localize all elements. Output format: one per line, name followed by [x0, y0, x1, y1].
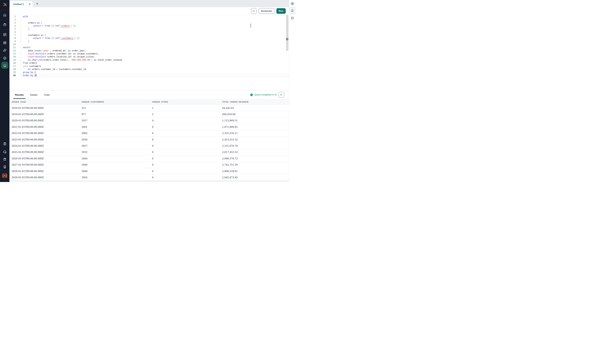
line-number: 18 — [9, 68, 21, 71]
rail-item-bookmarks-active[interactable] — [289, 7, 296, 14]
table-bottom-scroll-strip[interactable] — [9, 180, 289, 182]
code-line[interactable]: 5 ), — [9, 27, 289, 31]
table-cell: 6 — [150, 156, 220, 162]
code-line[interactable]: 2 — [9, 18, 289, 21]
results-more-button[interactable]: ••• — [278, 92, 284, 98]
code-line[interactable]: 17join customers — [9, 65, 289, 68]
sidebar-item-apps[interactable] — [0, 47, 9, 54]
code-text: on orders.customer_id = customers.custom… — [21, 68, 289, 71]
code-line[interactable]: 16from orders — [9, 62, 289, 65]
table-row[interactable]: 2029-01-01T00:00:00.000Z295462,845,473.9… — [9, 174, 289, 181]
code-text: from orders — [21, 62, 289, 65]
new-tab-button[interactable]: + — [34, 1, 40, 6]
table-row[interactable]: 2022-01-01T00:00:00.000Z290262,325,556.1… — [9, 130, 289, 136]
line-number: 10 — [9, 43, 21, 46]
sidebar-item-support[interactable] — [0, 148, 9, 155]
table-cell: 6 — [150, 168, 220, 174]
sidebar-item-docs[interactable] — [0, 156, 9, 163]
rail-item-history[interactable] — [289, 14, 296, 22]
code-line[interactable]: 9 ) — [9, 40, 289, 43]
code-line[interactable]: 8 select * from {{ ref('customers') }} — [9, 37, 289, 40]
table-row[interactable]: 2028-01-01T00:00:00.000Z294962,808,539.0… — [9, 168, 289, 174]
column-header[interactable]: UNIQUE_CUSTOMERS — [79, 99, 150, 105]
code-line[interactable]: 18 on orders.customer_id = customers.cus… — [9, 68, 289, 71]
table-row[interactable]: 2025-01-01T00:00:00.000Z293262,617,453.3… — [9, 149, 289, 155]
indent-guide — [28, 37, 28, 40]
brand-logo-icon — [2, 2, 7, 7]
table-row[interactable]: 2023-01-01T00:00:00.000Z293062,453,253.3… — [9, 136, 289, 143]
results-table: ORDER_YEARUNIQUE_CUSTOMERSUNIQUE_CITIEST… — [9, 99, 289, 181]
table-row[interactable]: 2020-01-01T00:00:00.000Z191741,115,869.5… — [9, 117, 289, 124]
table-cell: 2,617,453.32 — [220, 149, 289, 155]
more-options-button[interactable]: ••• — [251, 8, 257, 14]
code-line[interactable]: 11select — [9, 46, 289, 49]
bookmark-button[interactable]: Bookmark — [258, 8, 275, 14]
table-row[interactable]: 2024-01-01T00:00:00.000Z292762,551,076.7… — [9, 143, 289, 149]
results-tabs: ResultsDetailsChart — [9, 91, 289, 99]
table-row[interactable]: 2026-01-01T00:00:00.000Z294462,690,570.7… — [9, 156, 289, 162]
results-tab-results[interactable]: Results — [14, 91, 25, 99]
code-text: group by 1 — [21, 71, 289, 74]
code-line[interactable]: 19group by 1 — [9, 71, 289, 74]
sidebar-item-dashboards[interactable] — [0, 31, 9, 38]
table-row[interactable]: 2018-01-01T00:00:00.000Z221144,442.65 — [9, 105, 289, 111]
code-line[interactable]: 14 count(distinct orders.location_id) as… — [9, 55, 289, 58]
table-cell: 6 — [150, 143, 220, 149]
table-row[interactable]: 2019-01-01T00:00:00.000Z9772494,818.00 — [9, 111, 289, 117]
column-header[interactable]: TOTAL_ORDER_REVENUE — [220, 99, 289, 105]
code-line[interactable]: 1with — [9, 15, 289, 18]
results-tab-chart[interactable]: Chart — [43, 91, 51, 99]
table-cell: 2,325,556.11 — [220, 130, 289, 136]
column-header[interactable]: UNIQUE_CITIES — [150, 99, 220, 105]
tab-close-icon[interactable]: ✕ — [29, 3, 31, 6]
code-line[interactable]: 3 orders as ( — [9, 21, 289, 25]
code-window-icon — [3, 41, 6, 45]
code-text: with — [21, 15, 289, 18]
sql-editor[interactable]: 1with23 orders as (4 select * from {{ re… — [9, 15, 289, 91]
user-avatar[interactable] — [2, 173, 7, 178]
table-cell: 1 — [150, 105, 220, 111]
table-cell: 2021-01-01T00:00:00.000Z — [9, 124, 79, 130]
code-line[interactable]: 6 — [9, 31, 289, 34]
code-text: ) — [21, 40, 289, 43]
editor-lines: 1with23 orders as (4 select * from {{ re… — [9, 15, 289, 77]
table-row[interactable]: 2021-01-01T00:00:00.000Z266161,871,800.8… — [9, 124, 289, 130]
table-cell: 2,551,076.70 — [220, 143, 289, 149]
code-line[interactable]: 13 count(distinct orders.customer_id) as… — [9, 52, 289, 55]
table-cell: 4 — [150, 117, 220, 124]
code-line[interactable]: 20order by 1 — [9, 74, 289, 77]
code-line[interactable]: 15 to_char(sum(orders.order_total), '999… — [9, 58, 289, 62]
code-text: ), — [21, 27, 289, 31]
code-line[interactable]: 4 select * from {{ ref('orders') }} — [9, 25, 289, 27]
right-rail — [289, 0, 296, 182]
table-cell: 6 — [150, 149, 220, 155]
table-cell: 2 — [150, 111, 220, 117]
column-header[interactable]: ORDER_YEAR — [9, 99, 79, 105]
code-line[interactable]: 7 customers as ( — [9, 34, 289, 37]
table-cell: 2902 — [79, 130, 150, 136]
code-line[interactable]: 10 — [9, 43, 289, 46]
line-number: 3 — [9, 21, 21, 25]
sidebar-item-code-editor[interactable] — [0, 39, 9, 46]
line-number: 6 — [9, 31, 21, 34]
sidebar-item-organization[interactable] — [0, 163, 9, 170]
sidebar-item-home[interactable] — [0, 12, 9, 19]
run-button[interactable]: Run — [276, 8, 286, 14]
sidebar-item-archive[interactable] — [0, 21, 9, 28]
sidebar-item-explore[interactable] — [0, 55, 9, 62]
line-number: 19 — [9, 71, 21, 74]
table-row[interactable]: 2027-01-01T00:00:00.000Z294662,742,751.3… — [9, 162, 289, 168]
indent-guide — [28, 25, 28, 27]
laptop-icon — [3, 64, 6, 68]
rail-item-explore[interactable] — [289, 0, 296, 7]
sidebar-item-terminal-active[interactable] — [0, 62, 9, 69]
line-number: 8 — [9, 37, 21, 40]
sidebar-item-changelog[interactable] — [0, 140, 9, 147]
app-logo[interactable] — [0, 2, 9, 7]
code-line[interactable]: 12 date_trunc('year', ordered_at) as ord… — [9, 49, 289, 52]
tab-untitled-1[interactable]: Untitled 1 ✕ — [11, 1, 33, 7]
editor-toolbar: ••• Bookmark Run — [9, 7, 289, 15]
editor-scrollbar[interactable] — [286, 15, 288, 51]
line-number: 11 — [9, 46, 21, 49]
results-tab-details[interactable]: Details — [29, 91, 39, 99]
